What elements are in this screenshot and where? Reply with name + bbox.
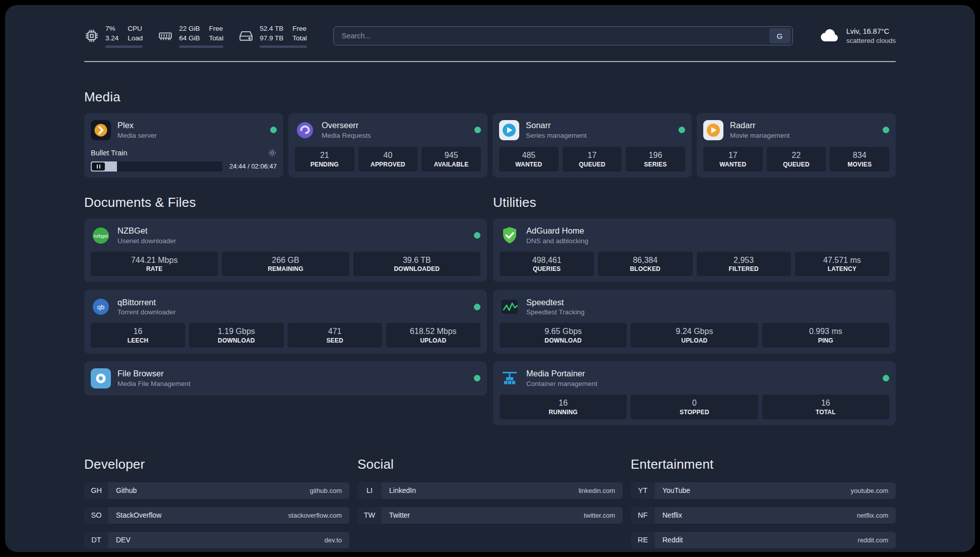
- stat-label: UPLOAD: [633, 337, 756, 344]
- pause-button[interactable]: [92, 162, 105, 171]
- pause-icon: [97, 164, 100, 169]
- stat-label: AVAILABLE: [423, 161, 479, 168]
- stats-row: 17 WANTED 22 QUEUED 834 MOVIES: [703, 147, 889, 172]
- bookmark-reddit[interactable]: RE Reddit reddit.com: [631, 532, 896, 548]
- stat-seed: 471 SEED: [288, 323, 382, 348]
- cloud-icon: [819, 27, 840, 44]
- service-plex[interactable]: Plex Media server: [91, 119, 277, 141]
- stat-remaining: 266 GB REMAINING: [222, 252, 349, 276]
- service-overseerr[interactable]: Overseerr Media Requests: [295, 119, 481, 141]
- memory-icon: [158, 28, 173, 43]
- service-radarr[interactable]: Radarr Movie management: [703, 119, 889, 141]
- stat-value: 945: [423, 150, 479, 161]
- speedtest-icon: [500, 297, 520, 317]
- stat-label: WANTED: [705, 161, 761, 168]
- service-sonarr[interactable]: Sonarr Series management: [499, 119, 685, 141]
- stat-available: 945 AVAILABLE: [421, 147, 481, 172]
- disk-icon: [238, 28, 254, 43]
- stat-label: STOPPED: [633, 409, 756, 416]
- card-nzbget: nzbget NZBGet Usenet downloader 744.21 M…: [84, 218, 487, 283]
- stat-value: 22: [769, 150, 824, 161]
- card-portainer: Media Portainer Container management 16 …: [493, 361, 896, 425]
- svg-text:qb: qb: [97, 303, 104, 311]
- search-provider-button[interactable]: G: [769, 28, 790, 43]
- memory-values: 22 GiB 64 GiB: [179, 24, 200, 43]
- stat-label: SERIES: [628, 161, 683, 168]
- stat-value: 17: [705, 150, 761, 161]
- stat-value: 744.21 Mbps: [93, 255, 216, 266]
- stat-label: APPROVED: [360, 161, 416, 168]
- bookmark-name: Twitter: [389, 511, 410, 519]
- bookmark-linkedin[interactable]: LI LinkedIn linkedin.com: [357, 482, 623, 499]
- stat-movies: 834 MOVIES: [830, 147, 889, 172]
- status-dot: [270, 127, 277, 133]
- disk-values: 52.4 TB 97.9 TB: [260, 24, 283, 43]
- card-speedtest: Speedtest Speedtest Tracking 9.65 Gbps D…: [493, 290, 896, 354]
- stat-value: 39.6 TB: [355, 255, 478, 266]
- stat-value: 266 GB: [224, 255, 347, 266]
- stat-value: 2,953: [699, 255, 789, 266]
- card-sonarr: Sonarr Series management 485 WANTED 17 Q…: [493, 113, 692, 178]
- stat-stopped: 0 STOPPED: [631, 395, 758, 419]
- bookmark-stackoverflow[interactable]: SO StackOverflow stackoverflow.com: [84, 507, 349, 524]
- bookmark-twitter[interactable]: TW Twitter twitter.com: [357, 507, 623, 524]
- stat-label: SEED: [290, 337, 380, 344]
- playback-progressbar[interactable]: [91, 161, 222, 172]
- topbar: 7% 3.24 CPU Load: [84, 24, 896, 48]
- cpu-progressbar: [105, 45, 143, 48]
- service-speedtest[interactable]: Speedtest Speedtest Tracking: [500, 296, 889, 318]
- bookmark-github[interactable]: GH Github github.com: [84, 482, 349, 499]
- cpu-load: 3.24: [105, 34, 118, 43]
- stat-wanted: 17 WANTED: [703, 147, 763, 172]
- service-adguard[interactable]: AdGuard Home DNS and adblocking: [500, 225, 889, 247]
- stat-running: 16 RUNNING: [500, 395, 627, 419]
- section-title-entertainment: Entertainment: [631, 457, 896, 472]
- stat-label: PING: [764, 337, 887, 344]
- weather-location: Lviv, 16.87°C: [846, 27, 896, 37]
- section-title-utilities: Utilities: [493, 195, 896, 210]
- stats-row: 9.65 Gbps DOWNLOAD 9.24 Gbps UPLOAD 0.99…: [500, 323, 889, 348]
- disk-progressbar: [260, 45, 307, 48]
- bookmark-netflix[interactable]: NF Netflix netflix.com: [631, 507, 896, 524]
- cpu-values: 7% 3.24: [105, 24, 118, 43]
- status-dot: [883, 375, 889, 381]
- search-input[interactable]: [334, 32, 769, 40]
- bookmark-domain: linkedin.com: [579, 487, 615, 494]
- service-desc: Media Requests: [322, 131, 371, 140]
- bookmark-dev[interactable]: DT DEV dev.to: [84, 532, 349, 548]
- stat-value: 0: [633, 398, 756, 409]
- service-nzbget[interactable]: nzbget NZBGet Usenet downloader: [91, 225, 480, 247]
- card-radarr: Radarr Movie management 17 WANTED 22 QUE…: [697, 113, 896, 178]
- gear-icon[interactable]: [268, 148, 277, 157]
- stat-value: 40: [360, 150, 416, 161]
- cpu-labels: CPU Load: [128, 24, 143, 43]
- section-title-developer: Developer: [84, 457, 349, 472]
- bookmark-domain: github.com: [310, 487, 342, 494]
- stats-row: 744.21 Mbps RATE 266 GB REMAINING 39.6 T…: [91, 252, 480, 276]
- bookmarks: Developer GH Github github.com SO StackO…: [84, 457, 896, 552]
- stat-label: RATE: [93, 265, 216, 272]
- stat-value: 0.993 ms: [764, 326, 887, 337]
- stat-downloaded: 39.6 TB DOWNLOADED: [353, 252, 480, 276]
- service-name: Sonarr: [526, 120, 587, 131]
- bookmark-name: Github: [116, 486, 137, 494]
- bookmark-group-entertainment: Entertainment YT YouTube youtube.com NF …: [631, 457, 896, 548]
- stat-label: FILTERED: [699, 265, 789, 272]
- service-qbittorrent[interactable]: qb qBittorrent Torrent downloader: [91, 296, 480, 318]
- cpu-label-2: Load: [128, 34, 143, 43]
- service-filebrowser[interactable]: File Browser Media File Management: [91, 367, 480, 389]
- stat-blocked: 86,384 BLOCKED: [598, 252, 692, 276]
- bookmark-name: LinkedIn: [389, 486, 416, 494]
- stat-rate: 744.21 Mbps RATE: [91, 252, 218, 276]
- bookmark-name: Netflix: [662, 511, 682, 519]
- bookmark-youtube[interactable]: YT YouTube youtube.com: [631, 482, 896, 499]
- bookmark-domain: stackoverflow.com: [288, 512, 342, 519]
- service-desc: Usenet downloader: [117, 237, 176, 246]
- service-portainer[interactable]: Media Portainer Container management: [500, 367, 889, 389]
- service-desc: Speedtest Tracking: [526, 308, 585, 317]
- service-desc: Torrent downloader: [117, 308, 176, 317]
- stat-value: 9.24 Gbps: [633, 326, 756, 337]
- stat-wanted: 485 WANTED: [499, 147, 559, 172]
- memory-progressbar: [179, 45, 223, 48]
- stat-download: 9.65 Gbps DOWNLOAD: [500, 323, 627, 348]
